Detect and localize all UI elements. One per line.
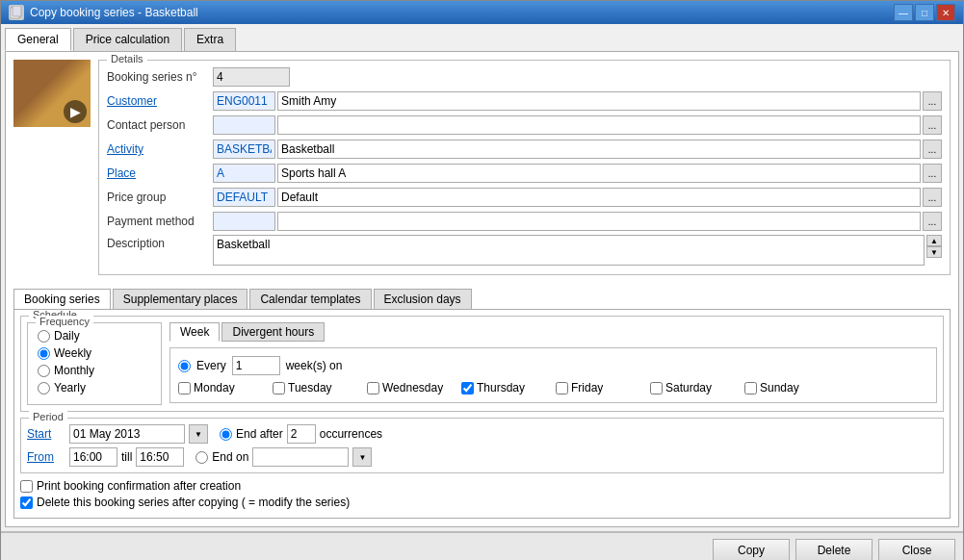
thursday-label: Thursday	[477, 381, 525, 395]
place-name-input[interactable]	[277, 164, 921, 183]
till-label: till	[121, 450, 132, 464]
contact-code-input[interactable]	[213, 115, 275, 135]
saturday-check: Saturday	[650, 381, 737, 395]
end-after-num-input[interactable]	[287, 424, 316, 444]
daily-radio[interactable]	[38, 330, 50, 343]
till-time-input[interactable]	[136, 447, 184, 467]
price-group-row: Price group ...	[107, 187, 942, 208]
tab-exclusion-days[interactable]: Exclusion days	[374, 289, 472, 309]
end-after-radio[interactable]	[220, 428, 232, 441]
wednesday-checkbox[interactable]	[367, 382, 379, 395]
activity-code-input[interactable]	[213, 140, 275, 159]
end-on-radio[interactable]	[195, 451, 208, 464]
yearly-label: Yearly	[54, 381, 86, 395]
monthly-radio[interactable]	[38, 365, 50, 377]
monday-check: Monday	[178, 381, 265, 395]
date-dropdown-button[interactable]: ▼	[189, 424, 208, 444]
description-input-container: Basketball ▲ ▼	[213, 235, 942, 266]
top-row: ▶ Details Booking series n°	[13, 60, 951, 283]
activity-label[interactable]: Activity	[107, 142, 213, 156]
occurrences-label: occurrences	[320, 427, 382, 441]
tab-price-calculation[interactable]: Price calculation	[73, 28, 182, 51]
saturday-checkbox[interactable]	[650, 382, 663, 395]
footer: Copy Delete Close	[1, 532, 963, 560]
every-radio[interactable]	[178, 360, 191, 372]
activity-name-input[interactable]	[277, 140, 921, 159]
price-group-code-input[interactable]	[213, 188, 275, 207]
place-lookup-button[interactable]: ...	[923, 164, 942, 183]
scroll-up-button[interactable]: ▲	[926, 235, 942, 246]
week-tab-bar: Week Divergent hours	[169, 322, 937, 342]
tab-booking-series[interactable]: Booking series	[13, 289, 111, 309]
customer-lookup-button[interactable]: ...	[923, 91, 942, 111]
payment-lookup-button[interactable]: ...	[923, 212, 942, 231]
contact-name-input[interactable]	[277, 115, 921, 135]
week-content: Every week(s) on Monday	[169, 347, 937, 403]
close-button[interactable]: ✕	[936, 4, 955, 21]
description-scrollbar: ▲ ▼	[926, 235, 942, 258]
thursday-check: Thursday	[461, 381, 548, 395]
tab-extra[interactable]: Extra	[184, 28, 236, 51]
price-group-lookup-button[interactable]: ...	[923, 188, 942, 207]
tuesday-label: Tuesday	[288, 381, 332, 395]
activity-lookup-button[interactable]: ...	[923, 140, 942, 159]
description-row: Description Basketball ▲ ▼	[107, 235, 942, 266]
tab-calendar-templates[interactable]: Calendar templates	[249, 289, 371, 309]
monthly-label: Monthly	[54, 364, 94, 377]
place-code-input[interactable]	[213, 164, 275, 183]
payment-name-input[interactable]	[277, 212, 921, 231]
print-confirmation-checkbox[interactable]	[20, 480, 33, 493]
from-time-input[interactable]	[69, 447, 117, 467]
copy-button[interactable]: Copy	[713, 539, 790, 560]
scroll-down-button[interactable]: ▼	[926, 246, 942, 258]
weekly-label: Weekly	[54, 346, 91, 360]
end-after-field: End after occurrences	[220, 424, 382, 444]
payment-input-group: ...	[213, 212, 942, 231]
monday-checkbox[interactable]	[178, 382, 191, 395]
sunday-checkbox[interactable]	[744, 382, 757, 395]
weeks-on-label: week(s) on	[286, 359, 343, 372]
activity-image: ▶	[13, 60, 91, 127]
contact-lookup-button[interactable]: ...	[923, 115, 942, 135]
period-label: Period	[29, 411, 67, 422]
maximize-button[interactable]: □	[915, 4, 934, 21]
tab-divergent-hours[interactable]: Divergent hours	[221, 322, 325, 342]
wednesday-label: Wednesday	[382, 381, 443, 395]
friday-check: Friday	[556, 381, 642, 395]
saturday-label: Saturday	[665, 381, 712, 395]
start-date-input[interactable]	[69, 424, 185, 444]
start-label[interactable]: Start	[27, 427, 65, 441]
description-textarea[interactable]: Basketball	[213, 235, 925, 266]
close-button-footer[interactable]: Close	[878, 539, 955, 560]
days-row: Monday Tuesday Wednesday	[178, 381, 928, 395]
customer-label[interactable]: Customer	[107, 94, 213, 108]
schedule-inner: Frequency Daily Weekly Mon	[27, 322, 937, 405]
delete-after-copy-checkbox[interactable]	[20, 496, 33, 509]
tab-week[interactable]: Week	[169, 322, 220, 342]
tuesday-checkbox[interactable]	[273, 382, 285, 395]
customer-name-input[interactable]	[277, 91, 921, 111]
tab-general[interactable]: General	[5, 28, 71, 51]
every-num-input[interactable]	[232, 356, 280, 375]
details-label: Details	[107, 53, 147, 64]
delete-button[interactable]: Delete	[795, 539, 873, 560]
main-panel: ▶ Details Booking series n°	[5, 51, 959, 527]
minimize-button[interactable]: —	[894, 4, 913, 21]
tab-supplementary-places[interactable]: Supplementary places	[113, 289, 248, 309]
place-label[interactable]: Place	[107, 166, 213, 180]
start-field: Start ▼	[27, 424, 208, 444]
main-tab-bar: General Price calculation Extra	[5, 28, 959, 51]
payment-code-input[interactable]	[213, 212, 275, 231]
weekly-radio[interactable]	[38, 347, 50, 360]
end-on-date-input[interactable]	[252, 447, 349, 467]
friday-checkbox[interactable]	[556, 382, 568, 395]
yearly-radio[interactable]	[38, 382, 50, 395]
end-on-dropdown-button[interactable]: ▼	[352, 447, 372, 467]
price-group-name-input[interactable]	[277, 188, 921, 207]
sunday-check: Sunday	[744, 381, 831, 395]
customer-code-input[interactable]	[213, 91, 275, 111]
thursday-checkbox[interactable]	[461, 382, 474, 395]
booking-series-input[interactable]	[213, 67, 290, 87]
from-label[interactable]: From	[27, 450, 65, 464]
friday-label: Friday	[571, 381, 603, 395]
